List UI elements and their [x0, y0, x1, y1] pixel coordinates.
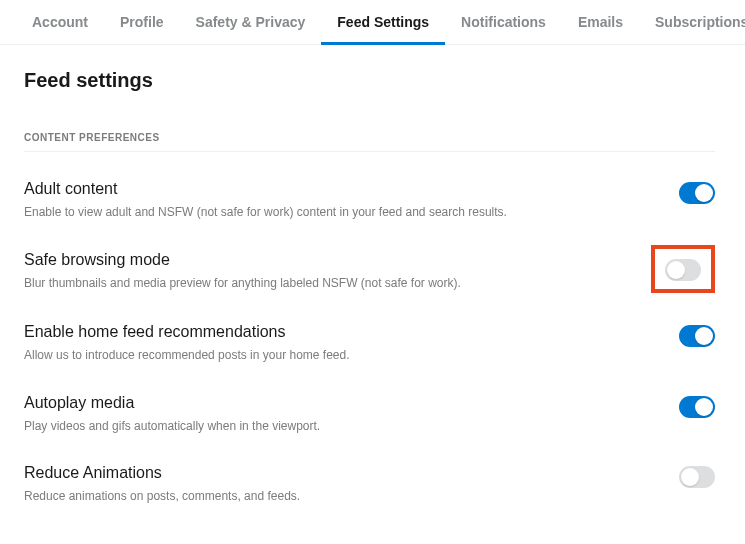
setting-description: Allow us to introduce recommended posts … [24, 347, 659, 364]
toggle-knob [695, 184, 713, 202]
setting-safe-browsing: Safe browsing mode Blur thumbnails and m… [24, 251, 715, 293]
setting-autoplay-media: Autoplay media Play videos and gifs auto… [24, 394, 715, 435]
section-label-content-preferences: CONTENT PREFERENCES [24, 132, 715, 152]
setting-text: Enable home feed recommendations Allow u… [24, 323, 679, 364]
toggle-autoplay-media[interactable] [679, 396, 715, 418]
toggle-knob [681, 468, 699, 486]
setting-adult-content: Adult content Enable to view adult and N… [24, 180, 715, 221]
highlight-box [651, 245, 715, 293]
tab-safety-privacy[interactable]: Safety & Privacy [180, 0, 322, 44]
setting-text: Reduce Animations Reduce animations on p… [24, 464, 679, 505]
setting-description: Reduce animations on posts, comments, an… [24, 488, 659, 505]
tab-emails[interactable]: Emails [562, 0, 639, 44]
toggle-home-feed-recommendations[interactable] [679, 325, 715, 347]
tab-subscriptions[interactable]: Subscriptions [639, 0, 745, 44]
toggle-adult-content[interactable] [679, 182, 715, 204]
page-title: Feed settings [24, 69, 715, 92]
toggle-knob [695, 398, 713, 416]
setting-title: Reduce Animations [24, 464, 659, 482]
toggle-knob [667, 261, 685, 279]
settings-tabs: Account Profile Safety & Privacy Feed Se… [0, 0, 745, 45]
tab-account[interactable]: Account [16, 0, 104, 44]
content-area: Feed settings CONTENT PREFERENCES Adult … [0, 45, 745, 505]
toggle-reduce-animations[interactable] [679, 466, 715, 488]
setting-reduce-animations: Reduce Animations Reduce animations on p… [24, 464, 715, 505]
setting-title: Autoplay media [24, 394, 659, 412]
setting-description: Enable to view adult and NSFW (not safe … [24, 204, 659, 221]
toggle-safe-browsing[interactable] [665, 259, 701, 281]
tab-notifications[interactable]: Notifications [445, 0, 562, 44]
tab-feed-settings[interactable]: Feed Settings [321, 0, 445, 44]
setting-text: Safe browsing mode Blur thumbnails and m… [24, 251, 651, 292]
setting-description: Play videos and gifs automatically when … [24, 418, 659, 435]
setting-text: Adult content Enable to view adult and N… [24, 180, 679, 221]
setting-home-feed-recommendations: Enable home feed recommendations Allow u… [24, 323, 715, 364]
toggle-knob [695, 327, 713, 345]
setting-text: Autoplay media Play videos and gifs auto… [24, 394, 679, 435]
setting-title: Enable home feed recommendations [24, 323, 659, 341]
setting-title: Safe browsing mode [24, 251, 631, 269]
setting-description: Blur thumbnails and media preview for an… [24, 275, 631, 292]
tab-profile[interactable]: Profile [104, 0, 180, 44]
setting-title: Adult content [24, 180, 659, 198]
